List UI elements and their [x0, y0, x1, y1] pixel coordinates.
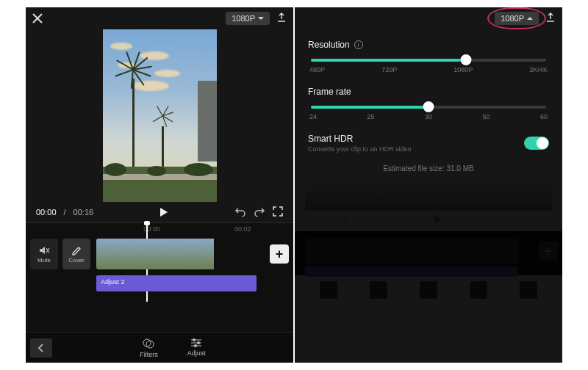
framerate-slider[interactable]: [311, 106, 546, 109]
export-icon[interactable]: [276, 12, 287, 26]
resolution-slider[interactable]: [311, 59, 546, 62]
time-separator: /: [64, 208, 66, 217]
top-bar: 1080P: [26, 7, 293, 29]
export-panel: Resolution i 480P 720P 1080P 2K/4K Frame…: [295, 29, 562, 184]
cover-button[interactable]: Cover: [62, 239, 90, 269]
undo-icon[interactable]: [234, 206, 246, 218]
play-icon: [160, 208, 168, 217]
file-size-estimate: Estimated file size: 31.0 MB: [308, 164, 549, 173]
timeline[interactable]: 00:00 00:02 Mute Cover: [26, 222, 293, 332]
svg-point-2: [193, 338, 196, 341]
svg-point-4: [194, 344, 197, 347]
play-button[interactable]: [101, 208, 227, 217]
effect-clip-label: Adjust 2: [101, 278, 125, 286]
back-button[interactable]: [30, 338, 52, 358]
transport-bar: 00:00 / 00:16: [26, 202, 293, 222]
time-ruler[interactable]: 00:00 00:02: [26, 222, 293, 236]
svg-point-3: [197, 341, 200, 344]
mute-button[interactable]: Mute: [30, 239, 58, 269]
slider-knob[interactable]: [461, 54, 472, 65]
video-clip[interactable]: [96, 239, 221, 269]
resolution-label: Resolution i: [308, 40, 549, 50]
top-bar: 1080P: [295, 7, 562, 29]
filters-label: Filters: [140, 351, 158, 358]
resolution-ticks: 480P 720P 1080P 2K/4K: [308, 66, 549, 73]
hdr-label: Smart HDR: [308, 134, 412, 144]
framerate-ticks: 24 25 30 50 60: [308, 113, 549, 120]
mute-label: Mute: [37, 257, 51, 264]
cover-label: Cover: [68, 257, 84, 264]
dimmed-editor: 00:14 / 00:16 ↶ ↷ ⛶ +: [295, 184, 562, 305]
redo-icon[interactable]: [254, 206, 265, 218]
video-preview[interactable]: [103, 29, 217, 202]
time-current: 00:00: [36, 208, 57, 217]
close-icon[interactable]: [32, 12, 43, 24]
svg-point-1: [146, 341, 154, 348]
add-clip-button-dim: +: [539, 242, 558, 261]
info-icon[interactable]: i: [354, 40, 363, 49]
export-icon[interactable]: [545, 12, 556, 26]
resolution-button[interactable]: 1080P: [495, 12, 539, 25]
adjust-label: Adjust: [187, 349, 206, 357]
slider-knob[interactable]: [423, 101, 434, 112]
time-total: 00:16: [74, 208, 94, 217]
framerate-label: Frame rate: [308, 87, 549, 97]
resolution-button-label: 1080P: [232, 14, 255, 23]
hdr-toggle[interactable]: [524, 137, 549, 150]
fullscreen-icon[interactable]: [273, 206, 283, 218]
resolution-button-label: 1080P: [501, 14, 524, 23]
ruler-tick: 00:02: [234, 225, 251, 233]
hdr-hint: Converts your clip to an HDR video: [308, 145, 412, 153]
chevron-down-icon: [258, 17, 264, 20]
add-clip-button[interactable]: +: [270, 244, 289, 264]
chevron-up-icon: [527, 17, 533, 20]
svg-point-0: [143, 339, 151, 347]
editor-screen: 1080P 00:00: [26, 7, 293, 363]
effect-clip[interactable]: Adjust 2: [96, 275, 257, 291]
resolution-button[interactable]: 1080P: [226, 12, 270, 25]
export-settings-screen: 1080P Resolution i 480P 720P 1080P 2K/4K: [295, 7, 562, 363]
adjust-tab[interactable]: Adjust: [187, 338, 206, 358]
bottom-bar: Filters Adjust: [26, 332, 293, 363]
filters-tab[interactable]: Filters: [140, 338, 158, 358]
